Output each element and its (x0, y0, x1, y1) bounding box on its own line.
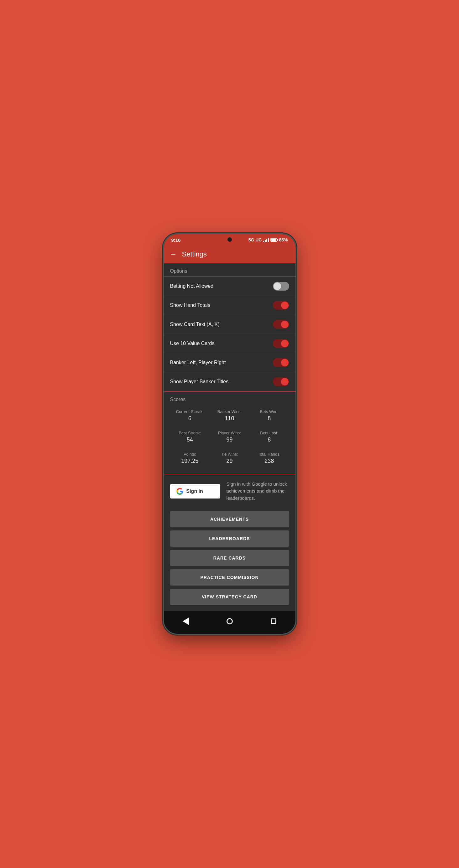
battery-label: 85% (279, 237, 288, 242)
setting-use-10-value-cards: Use 10 Value Cards (164, 334, 295, 353)
signal-icon (263, 238, 269, 242)
score-bets-lost: Bets Lost: 8 (249, 426, 289, 447)
score-label-bets-won: Bets Won: (252, 409, 287, 414)
setting-show-player-banker-titles: Show Player Banker Titles (164, 372, 295, 392)
action-buttons-container: ACHIEVEMENTS LEADERBOARDS RARE CARDS PRA… (164, 508, 295, 611)
setting-banker-left-player-right: Banker Left, Player Right (164, 353, 295, 372)
signin-description: Sign in with Google to unlock achievemen… (227, 480, 289, 502)
score-value-best-streak: 54 (173, 436, 207, 443)
toggle-use-10-value-cards[interactable] (273, 339, 289, 348)
bottom-nav (164, 611, 295, 634)
score-label-tie-wins: Tie Wins: (212, 452, 247, 457)
score-value-banker-wins: 110 (212, 415, 247, 422)
score-best-streak: Best Streak: 54 (170, 426, 210, 447)
setting-show-card-text: Show Card Text (A, K) (164, 315, 295, 334)
practice-commission-button[interactable]: PRACTICE COMMISSION (170, 569, 289, 586)
options-section: Options Betting Not Allowed Show Hand To… (164, 264, 295, 392)
setting-label-hand-totals: Show Hand Totals (170, 303, 210, 308)
setting-label-10-value: Use 10 Value Cards (170, 341, 214, 346)
status-time: 9:16 (171, 237, 181, 243)
score-label-bets-lost: Bets Lost: (252, 431, 287, 435)
score-total-hands: Total Hands: 238 (249, 447, 289, 469)
score-label-current-streak: Current Streak: (173, 409, 207, 414)
toggle-banker-left-player-right[interactable] (273, 358, 289, 367)
scores-grid-container: Current Streak: 6 Banker Wins: 110 Bets … (164, 405, 295, 474)
score-value-player-wins: 99 (212, 436, 247, 443)
nav-home-button[interactable] (225, 616, 235, 626)
nav-home-icon (227, 618, 233, 624)
setting-label-betting: Betting Not Allowed (170, 283, 214, 289)
network-label: 5G UC (249, 237, 262, 242)
nav-back-icon (183, 618, 189, 625)
scores-section: Scores Current Streak: 6 Banker Wins: 11… (164, 392, 295, 474)
score-label-points: Points: (173, 452, 207, 457)
setting-label-player-banker-titles: Show Player Banker Titles (170, 379, 229, 384)
score-player-wins: Player Wins: 99 (210, 426, 249, 447)
score-label-best-streak: Best Streak: (173, 431, 207, 435)
toggle-show-player-banker-titles[interactable] (273, 377, 289, 386)
camera-notch (227, 237, 232, 242)
page-title: Settings (182, 250, 207, 258)
settings-content: Options Betting Not Allowed Show Hand To… (164, 264, 295, 612)
score-label-player-wins: Player Wins: (212, 431, 247, 435)
score-points: Points: 197.25 (170, 447, 210, 469)
score-label-banker-wins: Banker Wins: (212, 409, 247, 414)
score-value-points: 197.25 (173, 458, 207, 464)
toggle-show-hand-totals[interactable] (273, 301, 289, 310)
score-value-tie-wins: 29 (212, 458, 247, 464)
score-value-current-streak: 6 (173, 415, 207, 422)
nav-recent-button[interactable] (268, 616, 279, 626)
status-bar: 9:16 5G UC 85% (164, 234, 295, 245)
score-label-total-hands: Total Hands: (252, 452, 287, 457)
signin-section: Sign in Sign in with Google to unlock ac… (164, 474, 295, 508)
score-tie-wins: Tie Wins: 29 (210, 447, 249, 469)
battery-icon (270, 238, 277, 242)
app-bar: ← Settings (164, 245, 295, 264)
achievements-button[interactable]: ACHIEVEMENTS (170, 511, 289, 527)
setting-betting-not-allowed: Betting Not Allowed (164, 277, 295, 296)
scores-section-header: Scores (164, 392, 295, 405)
rare-cards-button[interactable]: RARE CARDS (170, 550, 289, 566)
leaderboards-button[interactable]: LEADERBOARDS (170, 530, 289, 547)
score-bets-won: Bets Won: 8 (249, 405, 289, 426)
score-value-bets-won: 8 (252, 415, 287, 422)
score-value-bets-lost: 8 (252, 436, 287, 443)
scores-grid: Current Streak: 6 Banker Wins: 110 Bets … (170, 405, 289, 469)
score-current-streak: Current Streak: 6 (170, 405, 210, 426)
options-section-header: Options (164, 264, 295, 277)
google-signin-button[interactable]: Sign in (170, 484, 220, 498)
setting-show-hand-totals: Show Hand Totals (164, 296, 295, 315)
toggle-betting-not-allowed[interactable] (273, 282, 289, 290)
back-button[interactable]: ← (170, 250, 177, 258)
status-right: 5G UC 85% (249, 237, 288, 242)
setting-label-banker-left: Banker Left, Player Right (170, 360, 226, 365)
nav-recent-icon (271, 618, 276, 624)
view-strategy-card-button[interactable]: VIEW STRATEGY CARD (170, 589, 289, 605)
nav-back-button[interactable] (181, 616, 191, 626)
score-banker-wins: Banker Wins: 110 (210, 405, 249, 426)
phone-screen: 9:16 5G UC 85% ← Settings Options (164, 234, 295, 634)
setting-label-card-text: Show Card Text (A, K) (170, 321, 220, 327)
toggle-show-card-text[interactable] (273, 320, 289, 329)
phone-device: 9:16 5G UC 85% ← Settings Options (164, 234, 295, 634)
google-signin-label: Sign in (187, 489, 203, 494)
google-logo-icon (176, 488, 183, 495)
score-value-total-hands: 238 (252, 458, 287, 464)
